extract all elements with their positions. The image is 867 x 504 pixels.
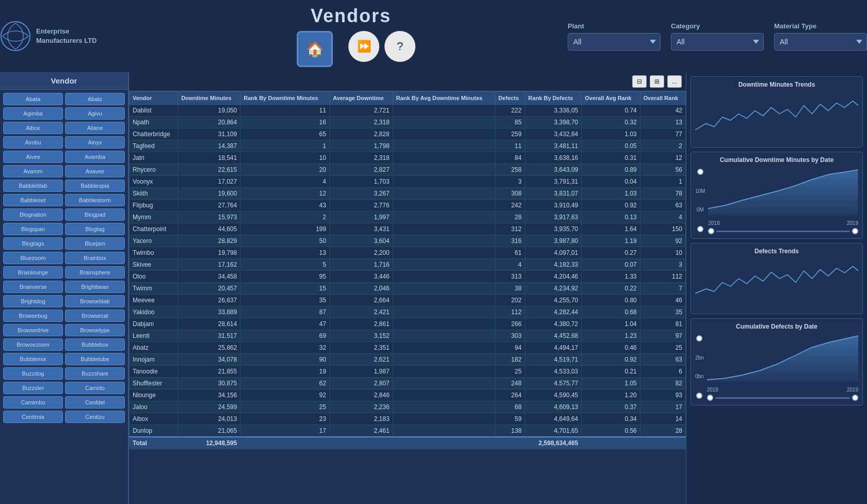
table-row[interactable]: Chatterbridge31,109652,8282593,432,841.0… xyxy=(130,128,686,140)
data-table-scroll[interactable]: Vendor Downtime Minutes Rank By Downtime… xyxy=(129,91,686,504)
vendor-button[interactable]: Babbleblab xyxy=(3,180,63,192)
table-row[interactable]: Jaloo24,599252,236684,609,130.3717 xyxy=(130,401,686,413)
table-row[interactable]: Twimbo19,798132,200614,097,010.2710 xyxy=(130,247,686,259)
plant-filter-select[interactable]: All xyxy=(568,33,661,51)
table-row[interactable]: Meevee26,637352,6642024,255,700.8046 xyxy=(130,295,686,306)
vendor-button[interactable]: Cenfdel xyxy=(65,396,125,409)
table-row[interactable]: Shufflester30,875622,8072484,575,771.058… xyxy=(130,378,686,389)
vendor-list-container[interactable]: AbataAbatzAgimbaAgivuAiboxAilaneAimbuAin… xyxy=(0,90,128,504)
vendor-button[interactable]: Babblestorm xyxy=(65,194,125,206)
vendor-button[interactable]: Camido xyxy=(65,382,125,394)
table-row[interactable]: Dabjam28,614472,8612664,380,721.0481 xyxy=(130,318,686,330)
material-type-filter-select[interactable]: All xyxy=(774,33,867,51)
vendor-button[interactable]: Browseblab xyxy=(65,295,125,307)
vendor-button[interactable]: Centizu xyxy=(65,411,125,423)
help-button[interactable]: ? xyxy=(384,31,415,62)
vendor-button[interactable]: Blogspan xyxy=(3,223,63,235)
table-row[interactable]: Skivee17,16251,71644,182,330.073 xyxy=(130,259,686,271)
vendor-button[interactable]: Brightdog xyxy=(3,295,63,307)
col-rank-downtime[interactable]: Rank By Downtime Minutes xyxy=(240,92,330,105)
vendor-button[interactable]: Browsedrive xyxy=(3,324,63,336)
v-slider-top[interactable] xyxy=(697,169,703,175)
v-slider-top-def[interactable] xyxy=(696,335,702,342)
vendor-button[interactable]: Buzzshare xyxy=(65,367,125,380)
table-row[interactable]: Dablist19,050112,7212223,336,050.7442 xyxy=(130,105,686,117)
table-row[interactable]: Aibox24,013232,183594,649,640.3414 xyxy=(130,413,686,425)
vendor-button[interactable]: Blogtag xyxy=(65,223,125,235)
h-slider-left-def[interactable] xyxy=(707,395,713,401)
vendor-button[interactable]: Abatz xyxy=(65,93,125,105)
table-row[interactable]: Mymm15,97321,997283,917,630.134 xyxy=(130,212,686,223)
vendor-button[interactable]: Bluejam xyxy=(65,237,125,250)
col-rank-avg-downtime[interactable]: Rank By Avg Downtime Minutes xyxy=(393,92,495,105)
home-button[interactable]: 🏠 xyxy=(297,31,333,67)
vendor-button[interactable]: Babbleopia xyxy=(65,180,125,192)
col-overall-rank[interactable]: Overall Rank xyxy=(640,92,685,105)
category-filter-select[interactable]: All xyxy=(671,33,764,51)
vendor-button[interactable]: Brainbox xyxy=(65,252,125,264)
table-row[interactable]: Chatterpoint44,6051993,4313123,935,701.6… xyxy=(130,223,686,235)
vendor-button[interactable]: Agimba xyxy=(3,107,63,120)
export-toolbar-btn[interactable]: ⊞ xyxy=(650,75,664,88)
vendor-button[interactable]: Bubblemix xyxy=(3,353,63,365)
table-row[interactable]: Rhycero22,615202,8272583,643,090.8956 xyxy=(130,164,686,176)
vendor-button[interactable]: Ainyx xyxy=(65,136,125,149)
col-vendor[interactable]: Vendor xyxy=(130,92,178,105)
h-slider-right[interactable] xyxy=(852,228,858,234)
vendor-button[interactable]: Aivee xyxy=(3,151,63,163)
table-row[interactable]: Flipbug27,764432,7762423,910,490.9263 xyxy=(130,200,686,212)
forward-button[interactable]: ⏩ xyxy=(348,31,379,62)
vendor-button[interactable]: Avavee xyxy=(65,165,125,177)
table-row[interactable]: Yacero28,829503,6043163,987,801.1992 xyxy=(130,235,686,247)
vendor-button[interactable]: Camimbo xyxy=(3,396,63,409)
table-row[interactable]: Npath20,864162,318853,398,700.3213 xyxy=(130,117,686,128)
vendor-button[interactable]: Aimbu xyxy=(3,136,63,149)
v-slider-bottom[interactable] xyxy=(697,226,703,232)
vendor-button[interactable]: Babbleset xyxy=(3,194,63,206)
vendor-button[interactable]: Bubblebox xyxy=(65,338,125,351)
vendor-button[interactable]: Aibox xyxy=(3,122,63,134)
vendor-button[interactable]: Buzzsler xyxy=(3,382,63,394)
table-row[interactable]: Oloo34,458953,4463134,204,461.33112 xyxy=(130,271,686,283)
vendor-button[interactable]: Blognation xyxy=(3,208,63,221)
table-row[interactable]: Dunlop21,065172,4611384,701,650.5628 xyxy=(130,425,686,437)
more-toolbar-btn[interactable]: ... xyxy=(667,75,682,88)
vendor-button[interactable]: Brainverse xyxy=(3,281,63,293)
vendor-button[interactable]: Brightbean xyxy=(65,281,125,293)
vendor-button[interactable]: Bluezoom xyxy=(3,252,63,264)
v-slider-bottom-def[interactable] xyxy=(696,393,702,399)
table-row[interactable]: Jatri18,541102,318843,638,160.3112 xyxy=(130,152,686,164)
table-row[interactable]: Leenti31,517693,1523034,452,681.2397 xyxy=(130,330,686,342)
vendor-button[interactable]: Browsetype xyxy=(65,324,125,336)
col-avg-downtime[interactable]: Average Downtime xyxy=(329,92,393,105)
vendor-button[interactable]: Buzzdog xyxy=(3,367,63,380)
col-defects[interactable]: Defects xyxy=(495,92,525,105)
vendor-button[interactable]: Centimia xyxy=(3,411,63,423)
vendor-button[interactable]: Avamm xyxy=(3,165,63,177)
vendor-button[interactable]: Browsebug xyxy=(3,310,63,322)
table-row[interactable]: Tagfeed14,38711,798113,481,110.052 xyxy=(130,140,686,152)
vendor-button[interactable]: Browsezoom xyxy=(3,338,63,351)
table-row[interactable]: Yakidoo33,889872,4211124,282,440.6835 xyxy=(130,306,686,318)
table-row[interactable]: Skiith19,600123,2673083,831,071.0378 xyxy=(130,188,686,200)
table-row[interactable]: Innojam34,078902,6211824,519,710.9263 xyxy=(130,354,686,366)
table-row[interactable]: Twimm20,457152,046384,234,920.227 xyxy=(130,283,686,295)
vendor-button[interactable]: Agivu xyxy=(65,107,125,120)
filter-toolbar-btn[interactable]: ⊟ xyxy=(632,75,647,88)
col-overall-avg-rank[interactable]: Overall Avg Rank xyxy=(582,92,640,105)
vendor-button[interactable]: Ailane xyxy=(65,122,125,134)
vendor-button[interactable]: Bubbletube xyxy=(65,353,125,365)
vendor-button[interactable]: Blogpad xyxy=(65,208,125,221)
table-row[interactable]: Tanoodie21,855191,987254,533,030.216 xyxy=(130,366,686,378)
col-downtime-minutes[interactable]: Downtime Minutes xyxy=(178,92,240,105)
vendor-button[interactable]: Browsecat xyxy=(65,310,125,322)
h-slider-left[interactable] xyxy=(708,228,714,234)
vendor-button[interactable]: Avamba xyxy=(65,151,125,163)
vendor-button[interactable]: Blogtags xyxy=(3,237,63,250)
vendor-button[interactable]: Brainlounge xyxy=(3,266,63,279)
vendor-button[interactable]: Brainsphere xyxy=(65,266,125,279)
h-slider-right-def[interactable] xyxy=(852,395,858,401)
table-row[interactable]: Voonyx17,02741,70333,791,310.041 xyxy=(130,176,686,188)
col-rank-defects[interactable]: Rank By Defects xyxy=(525,92,582,105)
table-row[interactable]: Nlounge34,156922,8462644,590,451.2093 xyxy=(130,389,686,401)
